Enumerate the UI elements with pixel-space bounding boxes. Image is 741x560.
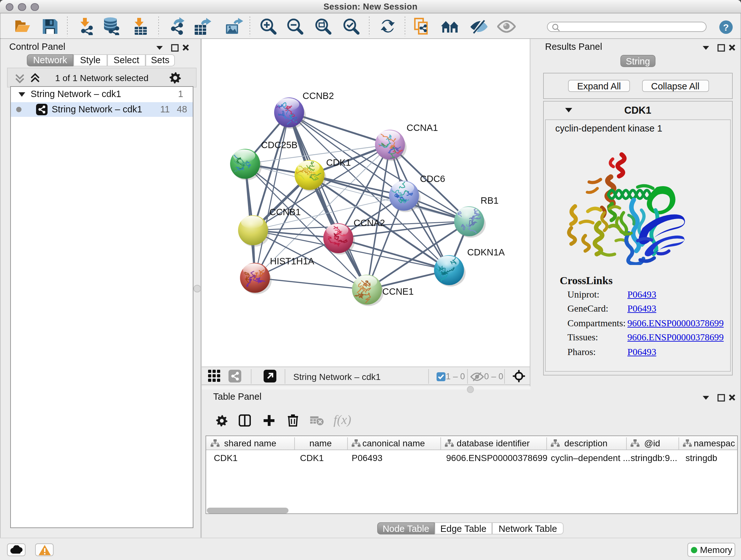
- svg-text:CCNA1: CCNA1: [406, 123, 437, 133]
- svg-text:CDC6: CDC6: [420, 174, 445, 184]
- svg-text:CDC25B: CDC25B: [261, 140, 297, 150]
- svg-text:CDK1: CDK1: [326, 158, 350, 168]
- svg-text:CCNE1: CCNE1: [382, 287, 413, 297]
- svg-text:CCNA2: CCNA2: [353, 218, 385, 228]
- svg-text:RB1: RB1: [480, 195, 498, 206]
- svg-text:CDKN1A: CDKN1A: [467, 247, 504, 257]
- svg-text:HIST1H1A: HIST1H1A: [270, 256, 314, 266]
- svg-text:CCNB1: CCNB1: [269, 207, 300, 217]
- svg-text:CCNB2: CCNB2: [302, 91, 333, 101]
